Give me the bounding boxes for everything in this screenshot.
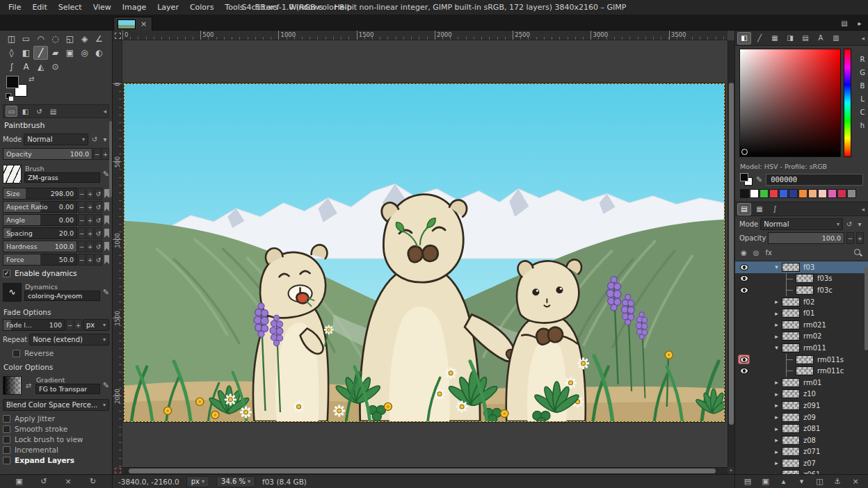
visibility-toggle[interactable] [738,458,750,468]
image-tab[interactable]: × [113,17,152,31]
duplicate-layer-icon[interactable]: ◫ [814,477,825,486]
reset-icon[interactable]: ↺ [95,188,102,200]
expand-icon[interactable]: ▸ [773,333,780,340]
slider-bar[interactable]: Force50.0 [3,254,77,266]
reset-tool-options-icon[interactable]: ↻ [88,477,99,486]
horizontal-scrollbar[interactable] [122,467,728,474]
slider-bar[interactable]: Spacing20.0 [3,227,77,239]
enable-dynamics-row[interactable]: Enable dynamics [3,269,109,277]
blend-color-space-select[interactable]: Blend Color Space Perce... [3,399,109,411]
toolbox-scrollbar[interactable] [109,121,112,197]
palettes-tab-icon[interactable]: ▤ [798,32,812,44]
menu-select[interactable]: Select [53,1,88,14]
visibility-toggle[interactable] [738,400,750,410]
layer-name[interactable]: z081 [803,425,820,432]
collapse-icon[interactable]: ▾ [773,344,780,351]
channel-R-button[interactable]: R [857,56,868,65]
visibility-toggle[interactable] [738,424,750,434]
fade-unit-select[interactable]: px [83,319,109,331]
device-status-tab-icon[interactable]: ◧ [19,106,31,117]
new-layer-icon[interactable]: ▤ [742,477,753,486]
layer-name[interactable]: f03 [803,263,814,271]
checkbox-row-lock-brush-to-view[interactable]: Lock brush to view [3,435,109,444]
decrement-icon[interactable]: − [78,201,86,213]
layer-thumbnail[interactable] [782,389,800,398]
bookmark-icon[interactable] [104,242,109,251]
ruler-corner[interactable] [113,31,122,40]
bucket-fill-tool-icon[interactable]: ◊ [4,46,19,60]
layer-name[interactable]: z071 [803,448,820,455]
brush-thumbnail[interactable] [3,165,22,184]
layer-thumbnail[interactable] [796,286,814,295]
free-select-tool-icon[interactable]: ◠ [33,32,48,46]
anchor-layer-icon[interactable]: ⚓ [832,477,843,486]
color-picker-tool-icon[interactable]: ◭ [33,60,48,74]
slider-bar[interactable]: Size298.00 [3,188,77,200]
layer-name[interactable]: rm011 [803,344,826,352]
layers-scrollbar[interactable] [865,267,868,350]
fg-bg-mini-swatch[interactable] [740,173,753,186]
slider-spacing[interactable]: Spacing20.0−+↺ [3,227,109,239]
layer-row-rm02[interactable]: ▸rm02 [735,331,868,343]
layer-effects-icon[interactable]: fx [765,249,771,257]
layer-opacity-bar[interactable]: 100.0 [768,232,844,244]
visibility-toggle[interactable] [738,435,750,445]
horizontal-ruler[interactable]: 0500100015002000250030003500 [122,31,728,40]
expand-icon[interactable]: ▸ [773,310,780,317]
layer-row-rm01[interactable]: ▸rm01 [735,377,868,389]
layer-thumbnail[interactable] [782,459,800,468]
bookmark-icon[interactable] [104,229,109,238]
reset-icon[interactable]: ↺ [95,241,102,252]
layer-name[interactable]: z08 [803,437,816,444]
fg-mini-swatch[interactable] [740,173,748,181]
layer-thumbnail[interactable] [782,332,800,341]
bookmark-icon[interactable] [104,202,109,211]
reset-icon[interactable]: ↺ [95,254,102,266]
decrement-icon[interactable]: − [66,319,74,331]
slider-angle[interactable]: Angle0.00−+↺ [3,214,109,226]
reverse-checkbox[interactable] [13,350,20,357]
collapse-icon[interactable]: ▾ [773,263,780,270]
hex-input[interactable]: 000000 [766,174,863,186]
layer-name[interactable]: f03c [817,286,833,294]
palette-swatch-1[interactable] [750,189,759,198]
edit-color-icon[interactable]: ✎ [756,175,762,184]
fg-bg-color-area[interactable]: ⇄ [6,75,38,101]
visibility-toggle[interactable] [738,297,750,307]
canvas-viewport[interactable] [122,40,728,467]
dynamics-selector[interactable]: Dynamics coloring-Aryeom ✎ [3,282,109,302]
colors-tab-icon[interactable]: ◧ [737,32,751,44]
channel-B-button[interactable]: B [857,82,868,92]
layer-name[interactable]: rm01 [803,379,821,387]
opacity-slider[interactable]: Opacity 100.0 − + [3,148,109,160]
layer-name[interactable]: rm021 [803,321,826,329]
gradient-selector[interactable]: ⇄ Gradient FG to Transpar ✎ [3,375,109,396]
layer-thumbnail[interactable] [782,343,800,352]
restore-tool-preset-icon[interactable]: ↺ [38,477,49,486]
layer-name[interactable]: rm02 [803,332,821,340]
layer-row-z091[interactable]: ▸z091 [735,400,868,412]
zoom-tool-icon[interactable]: ⊙ [48,60,63,74]
dodge-burn-tool-icon[interactable]: ◐ [92,46,106,60]
tab-list-icon[interactable]: ▤ [839,17,850,29]
decrement-icon[interactable]: − [78,188,86,200]
measure-tool-icon[interactable]: ∠ [92,32,106,46]
expand-icon[interactable]: ▸ [773,425,780,432]
zoom-select[interactable]: 34.6 % [216,476,255,487]
visibility-toggle[interactable] [738,447,750,457]
palette-swatch-11[interactable] [847,189,856,198]
layer-thumbnail[interactable] [782,413,800,422]
opacity-slider-bar[interactable]: Opacity 100.0 [3,148,93,160]
smudge-tool-icon[interactable]: ◎ [77,46,92,60]
decrement-icon[interactable]: − [78,254,86,266]
visibility-toggle[interactable] [738,366,750,376]
vertical-scrollbar-thumb[interactable] [729,83,734,424]
visibility-toggle[interactable] [738,309,750,318]
layer-row-z08[interactable]: ▸z08 [735,434,868,446]
visibility-toggle[interactable] [738,332,750,341]
layer-row-z09[interactable]: ▸z09 [735,412,868,423]
expand-layers-checkbox[interactable] [3,457,10,464]
palette-swatch-4[interactable] [779,189,788,198]
increment-icon[interactable]: + [856,232,864,244]
panel-menu-icon[interactable]: ◂ [861,35,866,42]
